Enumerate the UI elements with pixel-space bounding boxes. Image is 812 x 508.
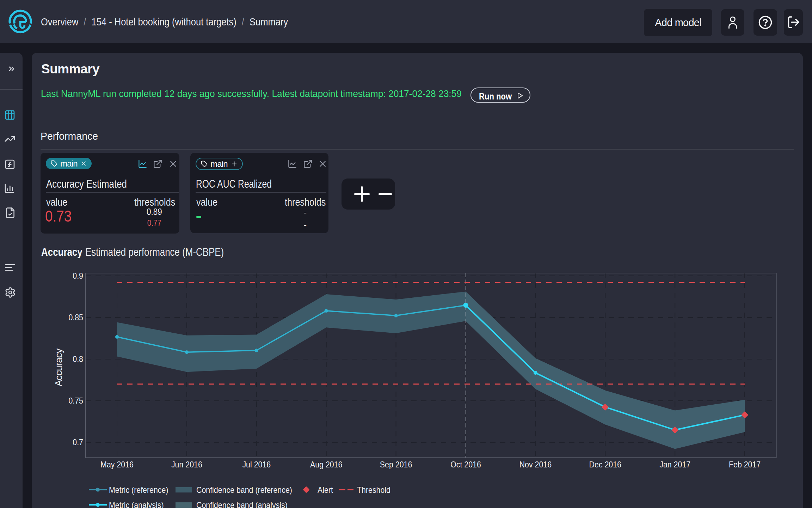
svg-text:Jan 2017: Jan 2017: [659, 460, 690, 469]
svg-text:0.8: 0.8: [73, 354, 83, 364]
svg-text:Confidence band (reference): Confidence band (reference): [196, 485, 292, 495]
svg-text:Threshold: Threshold: [357, 485, 390, 495]
svg-text:Nov 2016: Nov 2016: [519, 460, 552, 469]
svg-text:Feb 2017: Feb 2017: [729, 460, 761, 469]
svg-text:Confidence band (analysis): Confidence band (analysis): [196, 500, 288, 508]
svg-text:Sep 2016: Sep 2016: [380, 460, 412, 469]
svg-text:Jul 2016: Jul 2016: [242, 460, 271, 469]
svg-text:Metric (reference): Metric (reference): [109, 485, 168, 495]
svg-text:Dec 2016: Dec 2016: [589, 460, 621, 469]
svg-text:Oct 2016: Oct 2016: [450, 460, 481, 469]
svg-text:May 2016: May 2016: [100, 460, 134, 469]
svg-text:0.75: 0.75: [68, 396, 83, 405]
svg-text:Alert: Alert: [318, 485, 333, 495]
svg-text:Aug 2016: Aug 2016: [310, 460, 343, 469]
svg-text:0.9: 0.9: [73, 271, 83, 280]
svg-text:0.85: 0.85: [68, 313, 83, 322]
svg-text:Jun 2016: Jun 2016: [171, 460, 202, 469]
svg-text:0.7: 0.7: [73, 437, 83, 447]
svg-text:Metric (analysis): Metric (analysis): [109, 500, 164, 508]
svg-text:Accuracy: Accuracy: [53, 348, 64, 386]
